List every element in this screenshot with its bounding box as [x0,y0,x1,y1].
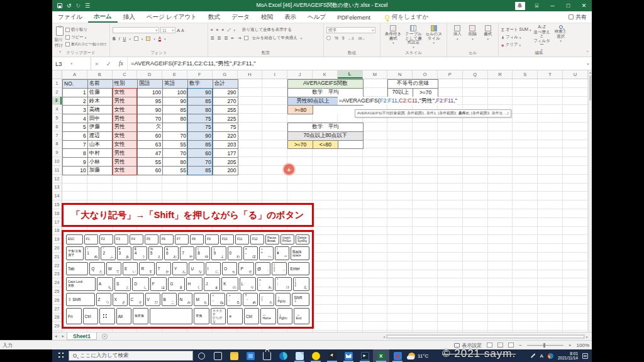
tab-ホーム[interactable]: ホーム [88,11,118,23]
merge-center-button[interactable]: セルを結合して中央揃え [252,35,297,41]
cell-G10[interactable]: 205 [213,158,238,167]
tab-ファイル[interactable]: ファイル [52,11,88,23]
tab-挿入[interactable]: 挿入 [118,11,141,23]
row-header-28[interactable]: 28 [52,314,62,322]
wrap-text-button[interactable]: 折り返して全体を表示する [242,27,292,33]
zoom-level[interactable]: 100% [577,343,589,348]
cell[interactable]: 数学 平均 [288,123,363,132]
align-left-icon[interactable]: ☰ [211,36,214,41]
column-header-F[interactable]: F [187,70,213,79]
row-header-19[interactable]: 19 [52,235,62,244]
vertical-scrollbar[interactable]: ▲ [588,70,592,332]
column-header-S[interactable]: S [513,70,538,79]
row-header-4[interactable]: 4 [52,105,62,114]
taskbar-icon-taskview[interactable] [209,349,226,362]
cell-F4[interactable]: 80 [188,106,213,114]
row-header-1[interactable]: 1 [52,79,62,88]
cell[interactable]: 70点以上80点以下 [288,132,363,141]
align-bottom-icon[interactable]: ≡ [222,28,225,32]
cell-F7[interactable]: 90 [188,132,213,141]
row-header-29[interactable]: 29 [52,322,62,331]
cell-A4[interactable]: 3 [63,106,88,114]
column-header-K[interactable]: K [313,70,338,79]
column-header-I[interactable]: I [262,70,287,79]
cell-C5[interactable]: 男性 [113,114,138,123]
column-header-T[interactable]: T [538,70,563,79]
cell-A1[interactable]: NO. [63,80,88,89]
taskbar-icon-explorer[interactable] [226,349,242,362]
row-header-5[interactable]: 5 [52,114,62,123]
align-middle-icon[interactable]: ≡ [216,28,219,32]
paste-button[interactable]: 貼り付け▾ [55,25,65,53]
shrink-font-icon[interactable]: A [181,28,184,33]
taskbar-icon-photos[interactable] [242,349,258,362]
fill-button[interactable]: ⬇フィル▾ [501,35,531,40]
font-size-combobox[interactable]: 11▾ [160,27,175,33]
cell-G5[interactable]: 225 [213,114,238,123]
pen-tray-icon[interactable] [530,353,535,358]
cell-B11[interactable]: 加藤 [88,167,113,175]
taskbar-icon-cortana[interactable] [193,349,209,362]
row-header-8[interactable]: 8 [52,140,62,149]
sheet-tab-sheet1[interactable]: Sheet1 [67,332,97,340]
cell-F8[interactable]: 85 [188,141,213,150]
tab-ページ レイアウト[interactable]: ページ レイアウト [141,11,203,23]
cell-F2[interactable]: 90 [188,89,213,97]
cell-E4[interactable]: 85 [163,106,188,114]
undo-icon[interactable]: ↺ [67,3,72,9]
cell-A8[interactable]: 7 [63,141,88,150]
cell-D5[interactable]: 70 [138,114,163,123]
column-header-C[interactable]: C [113,70,138,79]
horizontal-scrollbar[interactable]: ◂ ▸ [382,334,589,339]
cell-E9[interactable]: 70 [163,149,188,158]
find-select-button[interactable]: 検索と選択▾ [553,25,569,52]
row-header-12[interactable]: 12 [52,175,62,184]
formula-input[interactable]: =AVERAGEIFS(F2:F11,C2:C11,"男性",F2:F11," [128,57,584,70]
borders-icon[interactable] [134,36,138,41]
percent-icon[interactable]: % [335,36,338,40]
cell-D9[interactable]: 47 [138,149,163,158]
row-header-22[interactable]: 22 [52,261,62,270]
cell-F10[interactable]: 70 [188,158,213,167]
ime-indicator[interactable]: A [540,353,543,359]
cell-D8[interactable]: 63 [138,141,163,150]
weather-widget[interactable]: 11°C [408,353,428,359]
insert-function-icon[interactable]: fx [119,60,123,67]
cell-E10[interactable]: 80 [163,158,188,167]
underline-button[interactable]: U [123,36,126,41]
copy-button[interactable]: コピー▾ [65,35,107,40]
cell-B10[interactable]: 小林 [88,158,113,167]
cell-E8[interactable]: 55 [163,141,188,150]
column-header-Q[interactable]: Q [463,70,488,79]
cell-E11[interactable]: 55 [163,167,188,175]
new-sheet-icon[interactable]: + [102,334,108,339]
column-header-B[interactable]: B [87,70,113,79]
column-header-U[interactable]: U [563,70,588,79]
taskbar-icon-mail[interactable] [340,349,357,362]
column-header-R[interactable]: R [488,70,513,79]
name-box[interactable]: L3 ▾ [52,57,91,70]
redo-icon[interactable]: ↻ [76,3,81,9]
column-header-A[interactable]: A [62,70,87,79]
start-button[interactable] [52,349,69,362]
cell-F3[interactable]: 85 [188,97,213,106]
cut-button[interactable]: 切り取り [65,27,107,33]
page-layout-view-icon[interactable] [497,343,503,348]
row-header-23[interactable]: 23 [52,270,62,279]
action-center-icon[interactable] [582,353,588,359]
row-header-9[interactable]: 9 [52,148,62,157]
cell-A9[interactable]: 8 [63,149,88,158]
vertical-scrollbar-thumb[interactable] [589,75,591,101]
cell-E7[interactable]: 70 [163,132,188,141]
comma-icon[interactable]: 9 [342,36,345,40]
insert-cells-button[interactable]: 挿入▾ [450,25,465,41]
decrease-decimal-icon[interactable]: .00→ [358,36,365,40]
cell-G2[interactable]: 290 [213,89,238,97]
column-header-G[interactable]: G [213,70,238,79]
cell-F11[interactable]: 85 [188,167,213,175]
cell-G6[interactable]: 75 [213,123,238,132]
confirm-entry-icon[interactable]: ✓ [106,60,111,67]
row-header-3[interactable]: 3 [52,97,62,106]
taskbar-icon-camera[interactable] [389,349,406,362]
tab-表示[interactable]: 表示 [279,11,302,23]
